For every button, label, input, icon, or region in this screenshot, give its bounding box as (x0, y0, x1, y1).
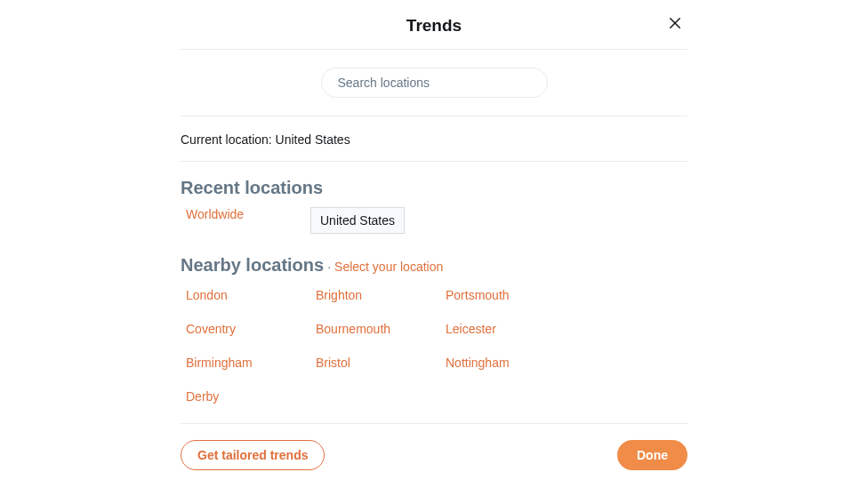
nearby-item-leicester[interactable]: Leicester (446, 322, 575, 336)
nearby-item-portsmouth[interactable]: Portsmouth (446, 288, 575, 302)
nearby-section: Nearby locations · Select your location … (181, 255, 687, 404)
modal-footer: Get tailored trends Done (181, 423, 687, 470)
current-location-label: Current location: (181, 132, 276, 147)
search-input[interactable] (321, 68, 548, 98)
recent-item-united-states[interactable]: United States (310, 207, 405, 234)
close-icon (667, 15, 683, 31)
get-tailored-trends-button[interactable]: Get tailored trends (181, 440, 325, 470)
nearby-item-brighton[interactable]: Brighton (316, 288, 446, 302)
nearby-heading: Nearby locations (181, 255, 324, 276)
recent-heading: Recent locations (181, 178, 687, 198)
close-button[interactable] (663, 11, 687, 36)
nearby-item-london[interactable]: London (186, 288, 316, 302)
search-row (181, 50, 687, 116)
nearby-item-nottingham[interactable]: Nottingham (446, 356, 575, 370)
nearby-item-derby[interactable]: Derby (186, 389, 316, 404)
nearby-item-coventry[interactable]: Coventry (186, 322, 316, 336)
nearby-item-bournemouth[interactable]: Bournemouth (316, 322, 446, 336)
recent-item-worldwide[interactable]: Worldwide (181, 207, 310, 234)
done-button[interactable]: Done (617, 440, 687, 470)
modal-title: Trends (181, 16, 687, 36)
nearby-grid: London Brighton Portsmouth Coventry Bour… (181, 288, 687, 404)
nearby-item-birmingham[interactable]: Birmingham (186, 356, 316, 370)
recent-section: Recent locations Worldwide United States (181, 162, 687, 234)
nearby-item-bristol[interactable]: Bristol (316, 356, 446, 370)
trends-modal: Trends Current location: United States R… (181, 0, 687, 470)
current-location-value: United States (276, 132, 350, 147)
select-location-link[interactable]: Select your location (334, 260, 443, 274)
separator-dot: · (327, 260, 331, 274)
modal-header: Trends (181, 9, 687, 50)
nearby-heading-row: Nearby locations · Select your location (181, 255, 687, 276)
current-location-row: Current location: United States (181, 116, 687, 162)
recent-items: Worldwide United States (181, 207, 687, 234)
